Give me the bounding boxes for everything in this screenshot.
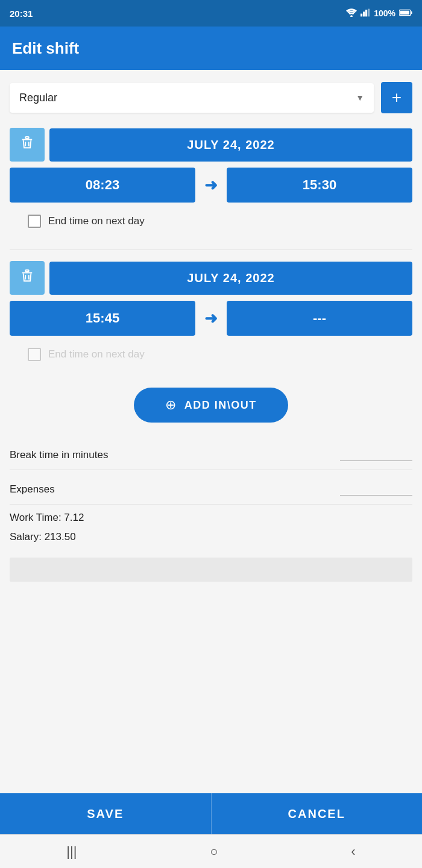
battery-label: 100% [374,8,395,18]
action-buttons: SAVE CANCEL [0,793,422,834]
end-time-button-2[interactable]: --- [227,301,412,336]
status-bar: 20:31 100% [0,0,422,27]
end-next-day-checkbox-2[interactable] [28,348,41,361]
end-next-day-label-1: End time on next day [48,215,145,227]
date-button-1[interactable]: JULY 24, 2022 [49,128,412,162]
shift-type-label: Regular [19,92,57,104]
time-row-1: 08:23 ➜ 15:30 [10,168,412,203]
svg-rect-4 [368,8,370,16]
arrow-icon-1: ➜ [200,176,222,195]
start-time-button-2[interactable]: 15:45 [10,301,195,336]
svg-rect-8 [22,139,33,140]
svg-rect-1 [361,13,362,16]
page-title: Edit shift [12,39,79,58]
notes-area[interactable] [10,558,412,582]
wifi-icon [346,8,357,19]
shift-type-select[interactable]: Regular ▼ [10,83,374,113]
expenses-label: Expenses [10,483,55,495]
salary-row: Salary: 213.50 [10,527,412,547]
svg-rect-6 [411,11,412,14]
expenses-field: Expenses [10,474,412,505]
chevron-down-icon: ▼ [356,93,364,102]
expenses-input[interactable] [340,482,412,495]
svg-rect-13 [25,270,29,272]
cancel-button[interactable]: CANCEL [211,793,423,834]
shift-type-row: Regular ▼ + [10,82,412,113]
end-next-day-checkbox-1[interactable] [28,215,41,228]
shift-block-2: JULY 24, 2022 15:45 ➜ --- End time on ne… [10,261,412,366]
start-time-button-1[interactable]: 08:23 [10,168,195,203]
svg-rect-3 [365,10,367,16]
salary-text: Salary: 213.50 [10,531,76,542]
delete-shift-2-button[interactable] [10,261,45,295]
break-time-label: Break time in minutes [10,449,108,461]
add-shift-button[interactable]: + [381,82,412,113]
block-divider [10,250,412,250]
svg-rect-7 [400,11,409,14]
end-next-day-row-1: End time on next day [10,210,412,233]
status-right: 100% [346,8,412,19]
time-display: 20:31 [10,8,33,19]
battery-icon [399,8,412,18]
add-inout-button[interactable]: ⊕ ADD IN\OUT [134,388,288,423]
header: Edit shift [0,27,422,70]
home-icon[interactable]: ○ [210,844,218,860]
plus-circle-icon: ⊕ [165,397,177,413]
break-time-input[interactable] [340,448,412,461]
main-content: Regular ▼ + JULY 24, 202 [0,70,422,793]
end-next-day-label-2: End time on next day [48,348,145,360]
break-time-field: Break time in minutes [10,439,412,470]
work-time-row: Work Time: 7.12 [10,508,412,527]
save-button[interactable]: SAVE [0,793,211,834]
back-icon[interactable]: ‹ [351,844,355,860]
add-inout-row: ⊕ ADD IN\OUT [10,388,412,423]
arrow-icon-2: ➜ [200,309,222,328]
menu-icon[interactable]: ||| [66,844,77,860]
date-row-1: JULY 24, 2022 [10,128,412,162]
nav-bar: ||| ○ ‹ [0,834,422,868]
delete-shift-1-button[interactable] [10,128,45,162]
end-next-day-row-2: End time on next day [10,343,412,366]
signal-icon [361,8,370,19]
date-row-2: JULY 24, 2022 [10,261,412,295]
trash-icon [20,136,34,154]
work-time-text: Work Time: 7.12 [10,512,84,523]
svg-rect-9 [25,137,29,139]
svg-rect-12 [22,272,33,274]
shift-block-1: JULY 24, 2022 08:23 ➜ 15:30 End time on … [10,128,412,233]
svg-point-0 [350,15,353,17]
date-button-2[interactable]: JULY 24, 2022 [49,262,412,295]
time-row-2: 15:45 ➜ --- [10,301,412,336]
svg-rect-2 [363,11,365,16]
end-time-button-1[interactable]: 15:30 [227,168,412,203]
trash-icon-2 [20,269,34,287]
